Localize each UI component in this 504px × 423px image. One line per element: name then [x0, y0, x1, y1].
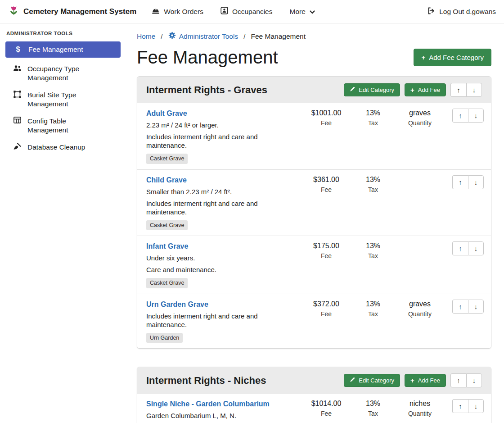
fee-type-badge: Casket Grave: [146, 154, 188, 164]
main-content: Home / Administrator To: [126, 23, 504, 423]
add-fee-button[interactable]: + Add Fee: [405, 83, 446, 96]
fee-name-link[interactable]: Adult Grave: [146, 109, 187, 118]
tax-column: 13% Tax: [351, 399, 395, 417]
fee-amount-column: $1001.00 Fee: [301, 109, 351, 127]
fee-name-link[interactable]: Single Niche - Garden Columbarium: [146, 399, 270, 409]
tax-column: 13% Tax: [351, 175, 395, 193]
move-category-up-button[interactable]: ↑: [450, 83, 466, 97]
category-actions: Edit Category + Add Fee ↑ ↓: [344, 83, 482, 97]
category-actions: Edit Category + Add Fee ↑ ↓: [344, 373, 482, 387]
quantity-column: graves Quantity: [395, 109, 445, 127]
move-fee-up-button[interactable]: ↑: [452, 109, 468, 123]
occupancy-icon: [220, 7, 228, 16]
arrow-up-icon: ↑: [459, 402, 462, 410]
category-title: Interment Rights - Graves: [146, 84, 344, 96]
tax-column: 13% Tax: [351, 109, 395, 127]
fee-description: Under six years.: [146, 254, 297, 262]
dollar-icon: $: [14, 45, 22, 54]
quantity-value: graves: [395, 300, 445, 308]
move-fee-up-button[interactable]: ↑: [452, 241, 468, 255]
fee-name-link[interactable]: Infant Grave: [146, 241, 188, 251]
move-fee-up-button[interactable]: ↑: [452, 399, 468, 413]
chevron-down-icon: [310, 8, 315, 16]
move-fee-down-button[interactable]: ↓: [468, 399, 484, 413]
category-header: Interment Rights - Graves Edit Category …: [137, 77, 491, 103]
fee-info: Urn Garden Grave Includes interment righ…: [146, 300, 301, 343]
fee-amount-label: Fee: [301, 410, 351, 417]
fee-row-adult-grave: Adult Grave 2.23 m² / 24 ft² or larger. …: [137, 103, 491, 169]
move-category-down-button[interactable]: ↓: [466, 373, 482, 387]
add-fee-button[interactable]: + Add Fee: [405, 374, 446, 387]
arrow-down-icon: ↓: [472, 86, 476, 94]
app-brand[interactable]: Cemetery Management System: [8, 5, 136, 18]
edit-category-button[interactable]: Edit Category: [344, 374, 400, 387]
tax-value: 13%: [351, 109, 395, 117]
category-reorder-group: ↑ ↓: [450, 373, 482, 387]
arrow-down-icon: ↓: [472, 377, 476, 384]
breadcrumb-current: Fee Management: [251, 32, 306, 41]
logout-button[interactable]: Log Out d.gowans: [427, 7, 496, 17]
edit-category-button[interactable]: Edit Category: [344, 83, 400, 96]
add-fee-category-label: Add Fee Category: [429, 54, 484, 61]
quantity-label: Quantity: [395, 310, 445, 318]
vector-square-icon: [13, 91, 22, 100]
users-icon: [13, 64, 22, 74]
arrow-down-icon: ↓: [474, 178, 478, 186]
fee-name-link[interactable]: Urn Garden Grave: [146, 300, 208, 309]
fee-type-badge: Casket Grave: [146, 220, 188, 231]
arrow-up-icon: ↑: [459, 178, 462, 186]
gear-icon: [168, 32, 176, 41]
sidebar-heading: ADMINISTRATOR TOOLS: [0, 31, 126, 41]
sidebar-item-burial-site-type[interactable]: Burial Site Type Management: [0, 86, 126, 113]
sidebar-item-label: Fee Management: [28, 45, 83, 54]
move-fee-down-button[interactable]: ↓: [468, 241, 484, 255]
breadcrumb-admin-tools-label: Administrator Tools: [179, 32, 238, 41]
fee-reorder: ↑ ↓: [445, 109, 484, 123]
sidebar-item-fee-management[interactable]: $ Fee Management: [5, 41, 121, 58]
move-fee-up-button[interactable]: ↑: [452, 175, 468, 189]
sidebar-item-config-table[interactable]: Config Table Management: [0, 113, 126, 139]
fee-amount-column: $1014.00 Fee: [301, 399, 351, 417]
tulip-logo-icon: [8, 5, 19, 18]
nav-more[interactable]: More: [290, 8, 315, 16]
move-fee-up-button[interactable]: ↑: [452, 300, 468, 314]
breadcrumb-home-link[interactable]: Home: [137, 32, 155, 41]
breadcrumb: Home / Administrator To: [137, 32, 491, 41]
hard-hat-icon: [152, 7, 160, 16]
fee-amount-column: $175.00 Fee: [301, 241, 351, 259]
add-fee-label: Add Fee: [418, 377, 440, 384]
arrow-down-icon: ↓: [474, 303, 478, 310]
sidebar-item-occupancy-type[interactable]: Occupancy Type Management: [0, 60, 126, 86]
app-title: Cemetery Management System: [23, 7, 136, 16]
fee-description: Includes interment right and care and ma…: [146, 312, 297, 329]
move-category-up-button[interactable]: ↑: [450, 373, 466, 387]
fee-type-badge: Casket Grave: [146, 278, 188, 288]
add-fee-label: Add Fee: [418, 86, 440, 93]
move-category-down-button[interactable]: ↓: [466, 83, 482, 97]
fee-amount-column: $372.00 Fee: [301, 300, 351, 318]
fee-info: Single Niche - Garden Columbarium Garden…: [146, 399, 301, 423]
sidebar-item-database-cleanup[interactable]: Database Cleanup: [0, 139, 126, 156]
fee-amount-label: Fee: [301, 310, 351, 318]
logout-label: Log Out d.gowans: [439, 8, 496, 16]
arrow-up-icon: ↑: [459, 112, 462, 119]
sidebar-item-label: Database Cleanup: [27, 143, 85, 152]
nav-work-orders[interactable]: Work Orders: [152, 7, 203, 16]
tax-value: 13%: [351, 242, 395, 250]
breadcrumb-admin-tools-link[interactable]: Administrator Tools: [168, 32, 238, 41]
fee-info: Adult Grave 2.23 m² / 24 ft² or larger. …: [146, 109, 301, 164]
arrow-down-icon: ↓: [474, 402, 478, 410]
move-fee-down-button[interactable]: ↓: [468, 109, 484, 123]
nav-menu: Work Orders Occupancies More: [152, 7, 315, 16]
logout-icon: [427, 7, 435, 17]
fee-name-link[interactable]: Child Grave: [146, 175, 187, 185]
pencil-icon: [350, 377, 355, 384]
fee-row-urn-garden-grave: Urn Garden Grave Includes interment righ…: [137, 294, 491, 349]
move-fee-down-button[interactable]: ↓: [468, 300, 484, 314]
nav-occupancies[interactable]: Occupancies: [220, 7, 273, 16]
move-fee-down-button[interactable]: ↓: [468, 175, 484, 189]
tax-label: Tax: [351, 410, 395, 417]
add-fee-category-button[interactable]: + Add Fee Category: [414, 49, 491, 66]
quantity-value: graves: [395, 109, 445, 117]
arrow-down-icon: ↓: [474, 245, 478, 252]
